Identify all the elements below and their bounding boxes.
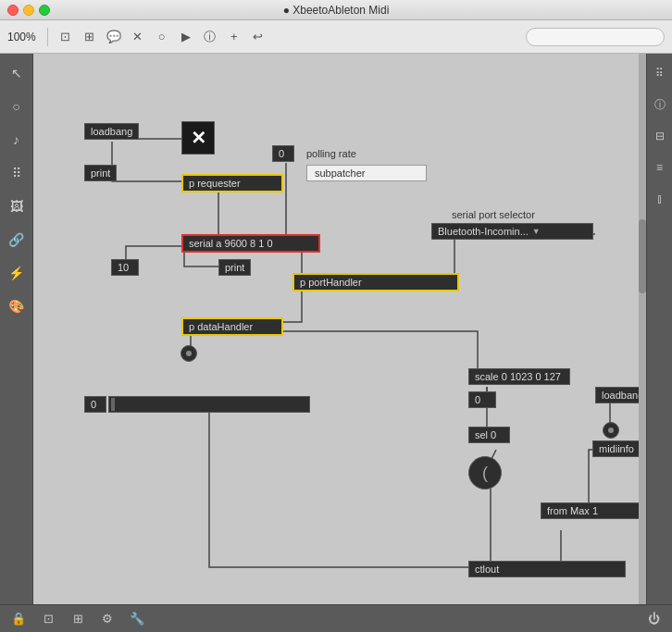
right-sidebar-info-icon[interactable]: ⓘ (648, 93, 672, 117)
sidebar-circle-icon[interactable]: ○ (5, 94, 29, 118)
sidebar-cursor-icon[interactable]: ↖ (5, 61, 29, 85)
sidebar-palette-icon[interactable]: 🎨 (5, 294, 29, 318)
x-toggle-node[interactable]: ✕ (181, 121, 215, 155)
ctlout-label: ctlout (468, 561, 626, 577)
bang2-inner (608, 428, 614, 433)
p-porthandler-node[interactable]: p portHandler (292, 273, 459, 291)
p-requester-label: p requester (181, 174, 283, 192)
zero-mid-node[interactable]: 0 (468, 391, 496, 408)
from-max-label: from Max 1 (541, 502, 646, 519)
search-wrap (526, 28, 665, 46)
dropdown-arrow-icon: ▼ (532, 227, 541, 236)
p-requester-node[interactable]: p requester (181, 174, 283, 192)
bang-inner (186, 351, 192, 356)
bottom-bar: 🔒 ⊡ ⊞ ⚙ 🔧 ⏻ (0, 604, 672, 632)
serial-node[interactable]: serial a 9600 8 1 0 (181, 234, 320, 253)
scale-node[interactable]: scale 0 1023 0 127 (468, 368, 570, 385)
right-sidebar: ⠿ ⓘ ⊟ ≡ ⫿ (646, 54, 672, 604)
print-top-label: print (84, 165, 117, 181)
minimize-button[interactable] (23, 5, 34, 16)
bluetooth-dropdown-node[interactable]: Bluetooth-Incomin... ▼ (431, 223, 593, 240)
sel0-label: sel 0 (468, 427, 510, 443)
grid-icon[interactable]: ⊞ (68, 610, 87, 628)
scrollbar[interactable] (639, 54, 646, 604)
right-sidebar-list-icon[interactable]: ≡ (648, 155, 672, 180)
midiinfo-label: midiinfo (592, 440, 641, 457)
window-title: ● XbeetoAbleton Midi (283, 4, 390, 17)
sidebar-lightning-icon[interactable]: ⚡ (5, 261, 29, 285)
sidebar-image-icon[interactable]: 🖼 (5, 194, 29, 218)
bang2-button[interactable] (603, 422, 619, 439)
bluetooth-display[interactable]: Bluetooth-Incomin... ▼ (431, 223, 593, 240)
dial-node[interactable]: ( (468, 456, 502, 489)
zero-top-display[interactable]: 0 (272, 145, 294, 162)
maximize-button[interactable] (39, 5, 50, 16)
sel0-node[interactable]: sel 0 (468, 427, 510, 443)
serial-port-selector-label: serial port selector (452, 209, 535, 220)
presentation-icon[interactable]: ⊡ (39, 610, 57, 628)
left-sidebar: ↖ ○ ♪ ⠿ 🖼 🔗 ⚡ 🎨 (0, 54, 33, 604)
serial-label: serial a 9600 8 1 0 (181, 234, 320, 253)
toolbar-icon-plus[interactable]: + (224, 27, 244, 47)
wrench-icon[interactable]: 🔧 (128, 610, 146, 628)
toolbar-separator (47, 28, 48, 46)
toolbar: 100% ⊡ ⊞ 💬 ✕ ○ ▶ ⓘ + ↩ (0, 20, 672, 54)
ten-display[interactable]: 10 (111, 259, 139, 276)
main-area: ↖ ○ ♪ ⠿ 🖼 🔗 ⚡ 🎨 (0, 54, 672, 604)
print-mid-node[interactable]: print (218, 259, 251, 276)
sidebar-link-icon[interactable]: 🔗 (5, 228, 29, 252)
from-max-node[interactable]: from Max 1 (541, 502, 646, 519)
scale-label: scale 0 1023 0 127 (468, 368, 570, 385)
toolbar-icon-x[interactable]: ✕ (128, 27, 148, 47)
scrollbar-thumb[interactable] (639, 219, 646, 293)
bang-button[interactable] (180, 345, 197, 362)
subpatcher-label: subpatcher (306, 165, 427, 181)
canvas-area: loadbang ✕ print 0 polling rate subpatch… (33, 54, 646, 604)
ctlout-node[interactable]: ctlout (468, 561, 626, 577)
toolbar-icon-comment[interactable]: 💬 (104, 27, 124, 47)
right-sidebar-layout-icon[interactable]: ⊟ (648, 124, 672, 148)
toolbar-icon-back[interactable]: ↩ (248, 27, 268, 47)
print-mid-label: print (218, 259, 251, 276)
dial-display[interactable]: ( (468, 456, 502, 489)
zoom-level[interactable]: 100% (7, 31, 36, 43)
subpatcher-node[interactable]: subpatcher (306, 165, 427, 181)
right-sidebar-grid-icon[interactable]: ⠿ (648, 61, 672, 85)
p-datahandler-label: p dataHandler (181, 317, 283, 336)
titlebar: ● XbeetoAbleton Midi (0, 0, 672, 20)
toolbar-icon-monitor[interactable]: ⊡ (56, 27, 76, 47)
ten-node[interactable]: 10 (111, 259, 139, 276)
toolbar-icon-grid[interactable]: ⊞ (80, 27, 100, 47)
traffic-lights (7, 5, 50, 16)
settings-icon[interactable]: ⚙ (98, 610, 117, 628)
p-datahandler-node[interactable]: p dataHandler (181, 317, 283, 336)
bang-node[interactable] (180, 345, 197, 362)
lock-icon[interactable]: 🔒 (9, 610, 28, 628)
slider-node[interactable]: 0 (84, 396, 310, 413)
toolbar-icon-play[interactable]: ▶ (176, 27, 196, 47)
zero-mid-display[interactable]: 0 (468, 391, 496, 408)
power-icon[interactable]: ⏻ (644, 610, 663, 628)
search-input[interactable] (526, 28, 665, 46)
toolbar-icon-circle[interactable]: ○ (152, 27, 172, 47)
x-toggle-display[interactable]: ✕ (181, 121, 215, 155)
midiinfo-node[interactable]: midiinfo (592, 440, 641, 457)
loadbang-node[interactable]: loadbang (84, 123, 139, 140)
p-porthandler-label: p portHandler (292, 273, 459, 291)
sidebar-note-icon[interactable]: ♪ (5, 128, 29, 152)
slider-display[interactable] (108, 396, 310, 413)
right-sidebar-columns-icon[interactable]: ⫿ (648, 187, 672, 211)
zero-top-node[interactable]: 0 (272, 145, 294, 162)
sidebar-dots-icon[interactable]: ⠿ (5, 161, 29, 185)
loadbang-label: loadbang (84, 123, 139, 140)
print-top-node[interactable]: print (84, 165, 117, 181)
bang2-node[interactable] (603, 422, 619, 439)
close-button[interactable] (7, 5, 19, 16)
toolbar-icon-info[interactable]: ⓘ (200, 27, 220, 47)
polling-rate-label: polling rate (306, 148, 356, 159)
slider-value[interactable]: 0 (84, 396, 106, 413)
bottom-right-area: ⏻ (644, 610, 663, 628)
